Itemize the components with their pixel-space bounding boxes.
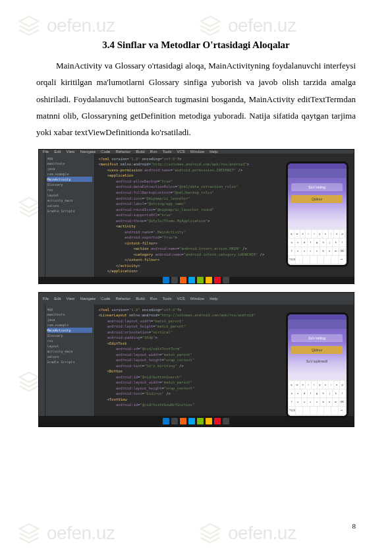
keyboard-key[interactable]: r (306, 381, 311, 389)
keyboard-key[interactable]: p (340, 381, 345, 389)
keyboard-key[interactable] (318, 407, 324, 415)
keyboard-key[interactable] (303, 256, 310, 264)
menu-item[interactable]: Code (101, 297, 110, 301)
menu-item[interactable]: VCS (177, 297, 185, 301)
tree-item[interactable]: res (47, 187, 92, 192)
keyboard-key[interactable]: m (333, 247, 339, 255)
keyboard-key[interactable]: z (295, 398, 301, 406)
keyboard-key[interactable]: n (327, 247, 333, 255)
keyboard-key[interactable]: ⌫ (339, 247, 345, 255)
keyboard-key[interactable]: r (306, 230, 311, 238)
tree-item[interactable]: Glossary (47, 333, 92, 338)
tree-item[interactable]: activity_main (47, 349, 92, 354)
tree-item[interactable]: MainActivity (47, 328, 92, 333)
tree-item[interactable]: app (47, 307, 92, 312)
keyboard-key[interactable]: f (308, 390, 314, 397)
menu-item[interactable]: Build (136, 150, 144, 154)
taskbar-icon[interactable] (188, 277, 195, 283)
menu-item[interactable]: Help (210, 297, 217, 301)
keyboard-key[interactable]: m (333, 398, 339, 406)
keyboard-key[interactable]: n (327, 398, 333, 406)
keyboard-key[interactable]: o (334, 230, 339, 238)
keyboard-key[interactable]: u (323, 381, 328, 389)
keyboard-key[interactable]: q (289, 381, 294, 389)
keyboard-key[interactable]: j (327, 390, 333, 397)
keyboard-key[interactable]: q (289, 230, 294, 238)
keyboard-key[interactable]: , (296, 407, 302, 415)
keyboard-key[interactable]: , (296, 256, 302, 264)
tree-item[interactable]: java (47, 166, 92, 171)
keyboard-key[interactable]: i (329, 381, 334, 389)
tree-item[interactable]: app (47, 156, 92, 161)
keyboard-key[interactable]: ↵ (339, 407, 345, 415)
menu-item[interactable]: Navigate (80, 150, 96, 154)
tree-item[interactable]: Gradle Scripts (47, 359, 92, 365)
keyboard-key[interactable]: p (340, 230, 345, 238)
keyboard-key[interactable] (310, 407, 317, 415)
menu-item[interactable]: Refactor (115, 150, 130, 154)
menu-item[interactable]: Edit (54, 150, 61, 154)
menu-item[interactable]: Run (150, 150, 157, 154)
keyboard-key[interactable]: f (308, 239, 314, 247)
keyboard-key[interactable]: i (329, 230, 334, 238)
keyboard-key[interactable]: . (331, 407, 338, 415)
keyboard-key[interactable]: c (308, 247, 314, 255)
keyboard-key[interactable]: u (323, 230, 328, 238)
soft-keyboard[interactable]: qwertyuiopasdfghjkl⇧zxcvbnm⌫?123,.↵ (288, 380, 347, 416)
keyboard-key[interactable]: . (331, 256, 338, 264)
taskbar-icon[interactable] (197, 277, 204, 283)
keyboard-key[interactable]: l (339, 390, 345, 397)
menu-item[interactable]: Refactor (115, 297, 130, 301)
keyboard-key[interactable]: y (318, 381, 323, 389)
taskbar-icon[interactable] (197, 418, 204, 424)
keyboard-key[interactable]: d (302, 239, 308, 247)
taskbar-icon[interactable] (180, 277, 186, 283)
tree-item[interactable]: layout (47, 343, 92, 349)
keyboard-key[interactable]: a (289, 390, 294, 397)
tree-item[interactable]: values (47, 354, 92, 359)
menu-item[interactable]: View (67, 297, 75, 301)
keyboard-key[interactable]: z (295, 247, 301, 255)
keyboard-key[interactable]: t (312, 230, 317, 238)
keyboard-key[interactable] (324, 256, 331, 264)
taskbar-icon[interactable] (223, 277, 229, 283)
tree-item[interactable]: activity_main (47, 198, 92, 203)
menu-item[interactable]: Code (101, 150, 110, 154)
term-input[interactable]: So'z kiriting (291, 334, 343, 342)
tree-item[interactable]: values (47, 203, 92, 208)
keyboard-key[interactable]: j (327, 239, 333, 247)
tree-item[interactable]: MainActivity (47, 177, 92, 182)
menu-item[interactable]: Tools (163, 297, 172, 301)
keyboard-key[interactable]: v (314, 247, 320, 255)
keyboard-key[interactable]: v (314, 398, 320, 406)
keyboard-key[interactable]: k (333, 390, 339, 397)
search-button[interactable]: Qidiruv (291, 346, 343, 354)
keyboard-key[interactable]: s (295, 239, 301, 247)
taskbar-icon[interactable] (163, 418, 169, 424)
menu-item[interactable]: Edit (54, 297, 61, 301)
search-button[interactable]: Qidiruv (291, 195, 343, 203)
keyboard-key[interactable]: b (320, 247, 326, 255)
tree-item[interactable]: java (47, 317, 92, 322)
keyboard-key[interactable]: y (318, 230, 323, 238)
taskbar-icon[interactable] (171, 418, 178, 424)
taskbar-icon[interactable] (214, 418, 221, 424)
keyboard-key[interactable]: g (314, 390, 320, 397)
tree-item[interactable]: res (47, 338, 92, 343)
soft-keyboard[interactable]: qwertyuiopasdfghjkl⇧zxcvbnm⌫?123,.↵ (288, 229, 347, 265)
menu-item[interactable]: Navigate (80, 297, 96, 301)
menu-item[interactable]: Build (136, 297, 144, 301)
keyboard-key[interactable]: b (320, 398, 326, 406)
keyboard-key[interactable]: w (294, 381, 300, 389)
tree-item[interactable]: com.example (47, 171, 92, 177)
keyboard-key[interactable]: ⇧ (289, 247, 294, 255)
keyboard-key[interactable]: ⇧ (289, 398, 294, 406)
keyboard-key[interactable]: g (314, 239, 320, 247)
keyboard-key[interactable]: h (320, 239, 326, 247)
keyboard-key[interactable]: e (300, 381, 306, 389)
taskbar-icon[interactable] (206, 418, 212, 424)
taskbar-icon[interactable] (206, 277, 212, 283)
menu-item[interactable]: Run (150, 297, 157, 301)
tree-item[interactable]: layout (47, 192, 92, 198)
menu-item[interactable]: Tools (163, 150, 172, 154)
